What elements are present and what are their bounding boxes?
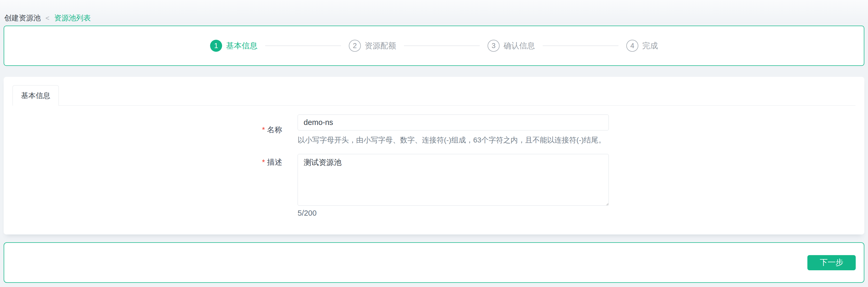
action-bar: 下一步 [4, 242, 864, 283]
step-finish: 4 完成 [626, 40, 658, 52]
step-label: 基本信息 [226, 40, 257, 51]
required-mark: * [262, 125, 265, 134]
next-step-button[interactable]: 下一步 [807, 255, 856, 270]
tab-bar: 基本信息 [12, 85, 856, 106]
step-label: 资源配额 [365, 40, 396, 51]
step-number-badge: 3 [488, 40, 500, 52]
step-number-badge: 4 [626, 40, 638, 52]
tab-label: 基本信息 [21, 91, 51, 101]
char-counter: 5/200 [298, 209, 609, 218]
step-label: 确认信息 [503, 40, 535, 51]
basic-info-form: *名称 以小写字母开头，由小写字母、数字、连接符(-)组成，63个字符之内，且不… [12, 114, 856, 218]
step-connector [543, 46, 618, 46]
page-title: 创建资源池 [4, 13, 41, 23]
breadcrumb-separator: < [45, 14, 50, 22]
tab-basic-info[interactable]: 基本信息 [12, 85, 59, 106]
step-connector [265, 46, 341, 46]
name-input[interactable] [298, 114, 609, 131]
step-resource-quota: 2 资源配额 [349, 40, 396, 52]
step-number-badge: 2 [349, 40, 361, 52]
name-field-row: *名称 以小写字母开头，由小写字母、数字、连接符(-)组成，63个字符之内，且不… [12, 114, 856, 145]
step-confirm-info: 3 确认信息 [488, 40, 535, 52]
breadcrumb-link-pool-list[interactable]: 资源池列表 [54, 13, 91, 23]
breadcrumb: 创建资源池 < 资源池列表 [0, 0, 868, 26]
basic-info-form-card: 基本信息 *名称 以小写字母开头，由小写字母、数字、连接符(-)组成，63个字符… [4, 77, 864, 234]
required-mark: * [262, 158, 265, 166]
name-field-label: *名称 [12, 125, 298, 135]
description-field-control: 测试资源池 5/200 [298, 154, 609, 218]
step-basic-info: 1 基本信息 [210, 40, 257, 52]
description-field-row: *描述 测试资源池 5/200 [12, 154, 856, 218]
wizard-stepper: 1 基本信息 2 资源配额 3 确认信息 4 完成 [4, 26, 864, 66]
name-field-control: 以小写字母开头，由小写字母、数字、连接符(-)组成，63个字符之内，且不能以连接… [298, 114, 609, 145]
step-label: 完成 [642, 40, 658, 51]
step-connector [404, 46, 480, 46]
create-resource-pool-page: { "colors": { "accent_green": "#13b789",… [0, 0, 868, 287]
name-help-text: 以小写字母开头，由小写字母、数字、连接符(-)组成，63个字符之内，且不能以连接… [298, 135, 609, 145]
description-field-label: *描述 [12, 154, 298, 168]
description-textarea[interactable]: 测试资源池 [298, 154, 609, 206]
step-number-badge: 1 [210, 40, 222, 52]
